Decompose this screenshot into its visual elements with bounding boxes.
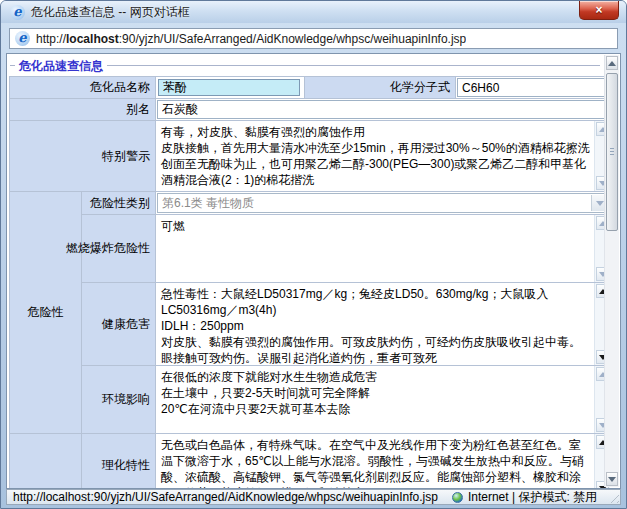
name-label: 危化品名称 xyxy=(10,77,155,98)
warning-textarea[interactable]: 有毒，对皮肤、黏膜有强烈的腐蚀作用 皮肤接触，首先用大量清水冲洗至少15min，… xyxy=(156,121,610,191)
phys-label: 理化特性 xyxy=(82,434,155,489)
url-text: http://localhost:90/yjzh/UI/SafeArranged… xyxy=(36,32,466,46)
formula-cell xyxy=(456,77,610,98)
scroll-down-icon[interactable] xyxy=(606,472,618,486)
env-cell: 在很低的浓度下就能对水生生物造成危害 在土壤中，只要2-5天时间就可完全降解 2… xyxy=(156,366,610,433)
page-ie-icon: e xyxy=(15,31,30,46)
url-input[interactable]: e http://localhost:90/yjzh/UI/SafeArrang… xyxy=(9,28,618,49)
status-url: http://localhost:90/yjzh/UI/SafeArranged… xyxy=(13,490,438,504)
fire-textarea[interactable]: 可燃 xyxy=(156,215,610,282)
formula-input[interactable] xyxy=(457,78,609,97)
hazard-class-select[interactable]: 第6.1类 毒性物质 xyxy=(157,193,609,213)
alias-cell xyxy=(156,99,610,120)
env-textarea[interactable]: 在很低的浓度下就能对水生生物造成危害 在土壤中，只要2-5天时间就可完全降解 2… xyxy=(156,366,610,433)
health-textarea[interactable]: 急性毒性：大鼠经LD50317mg／kg；兔经皮LD50。630mg/kg；大鼠… xyxy=(156,283,610,365)
page-scrollbar[interactable] xyxy=(604,55,619,487)
close-button[interactable]: × xyxy=(579,1,619,20)
warning-cell: 有毒，对皮肤、黏膜有强烈的腐蚀作用 皮肤接触，首先用大量清水冲洗至少15min，… xyxy=(156,121,610,191)
fire-cell: 可燃 xyxy=(156,215,610,282)
info-table: 危化品名称 化学分子式 别名 特别警示 有毒，对皮肤、黏膜有强烈的腐蚀作用 皮肤… xyxy=(9,76,610,489)
phys-cell: 无色或白色晶体，有特殊气味。在空气中及光线作用下变为粉红色甚至红色。室温下微溶于… xyxy=(156,434,610,489)
close-icon: × xyxy=(595,4,602,16)
name-input[interactable] xyxy=(158,79,300,96)
hazard-class-label: 危险性类别 xyxy=(82,192,155,214)
formula-label: 化学分子式 xyxy=(305,77,455,98)
resize-grip-icon[interactable] xyxy=(607,491,619,503)
scrollbar-thumb[interactable] xyxy=(606,73,618,231)
health-label: 健康危害 xyxy=(82,283,155,365)
warning-label: 特别警示 xyxy=(10,121,155,191)
dialog-window: e 危化品速查信息 -- 网页对话框 × e http://localhost:… xyxy=(0,0,627,509)
internet-zone-icon xyxy=(452,492,463,503)
name-cell xyxy=(156,77,304,98)
hazard-class-value: 第6.1类 毒性物质 xyxy=(162,195,254,212)
window-title: 危化品速查信息 -- 网页对话框 xyxy=(31,4,190,21)
hazard-group-label: 危险性 xyxy=(10,192,81,433)
health-cell: 急性毒性：大鼠经LD50317mg／kg；兔经皮LD50。630mg/kg；大鼠… xyxy=(156,283,610,365)
alias-label: 别名 xyxy=(10,99,155,120)
alias-input[interactable] xyxy=(157,100,609,119)
page-title: 危化品速查信息 xyxy=(15,58,107,75)
status-bar: http://localhost:90/yjzh/UI/SafeArranged… xyxy=(6,489,621,505)
phys-textarea[interactable]: 无色或白色晶体，有特殊气味。在空气中及光线作用下变为粉红色甚至红色。室温下微溶于… xyxy=(156,434,610,489)
hazard-class-cell: 第6.1类 毒性物质 xyxy=(156,192,610,214)
status-zone-text: Internet | 保护模式: 禁用 xyxy=(468,489,597,506)
fire-label: 燃烧爆炸危险性 xyxy=(82,215,155,282)
status-zone: Internet | 保护模式: 禁用 xyxy=(452,489,597,506)
address-bar: e http://localhost:90/yjzh/UI/SafeArrang… xyxy=(6,23,621,53)
empty-group-cell xyxy=(10,434,81,489)
title-bar[interactable]: e 危化品速查信息 -- 网页对话框 xyxy=(1,1,626,23)
ie-icon: e xyxy=(10,5,25,20)
env-label: 环境影响 xyxy=(82,366,155,433)
scroll-up-icon[interactable] xyxy=(606,56,618,70)
page-content: 危化品速查信息 危化品名称 化学分子式 别名 特别警示 有毒，对皮肤、黏膜有强烈… xyxy=(6,53,621,489)
